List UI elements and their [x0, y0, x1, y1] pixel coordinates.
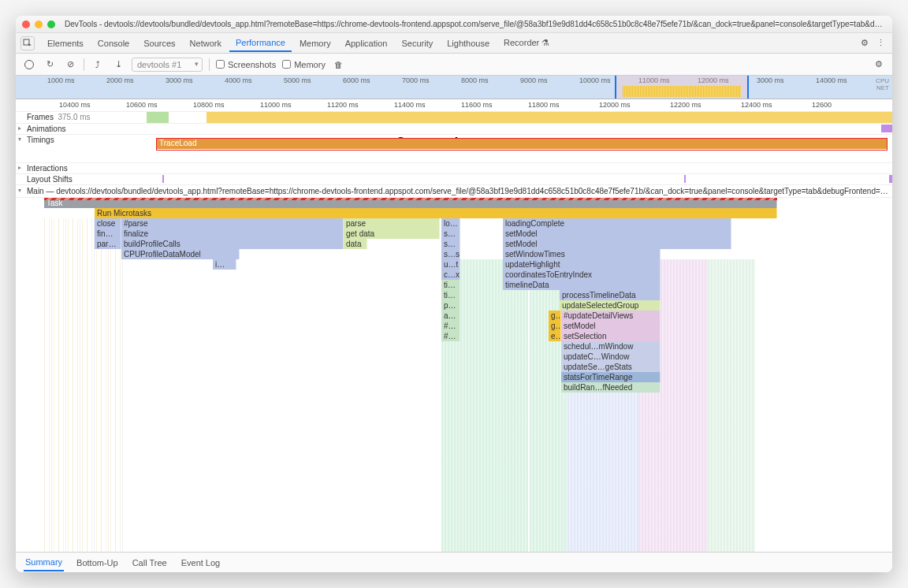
recording-dropdown[interactable]: devtools #1 — [132, 58, 203, 72]
timings-track[interactable]: Timings ~ 2 seconds TraceLoad — [16, 135, 892, 163]
btab-eventlog[interactable]: Event Log — [180, 555, 222, 571]
flame-chart[interactable]: Task Run Microtasks close #parse parse l… — [16, 198, 892, 552]
tab-lighthouse[interactable]: Lighthouse — [441, 35, 496, 51]
zoom-traffic-light[interactable] — [47, 20, 55, 28]
inspect-element-icon[interactable] — [20, 36, 35, 50]
window-title: DevTools - devtools://devtools/bundled/d… — [65, 20, 886, 28]
download-icon[interactable]: ⤓ — [111, 58, 125, 72]
upload-icon[interactable]: ⤴ — [91, 58, 105, 72]
layout-shifts-track[interactable]: Layout Shifts — [16, 174, 892, 185]
performance-panel: Frames 375.0 ms Animations Timings ~ 2 s… — [16, 112, 892, 552]
screenshots-checkbox[interactable]: Screenshots — [216, 60, 276, 69]
tab-recorder[interactable]: Recorder ⚗ — [497, 35, 556, 51]
devtools-window: DevTools - devtools://devtools/bundled/d… — [16, 16, 892, 572]
tab-security[interactable]: Security — [395, 35, 439, 51]
btab-bottomup[interactable]: Bottom-Up — [75, 555, 120, 571]
tab-console[interactable]: Console — [91, 35, 136, 51]
details-tabs: Summary Bottom-Up Call Tree Event Log — [16, 552, 892, 572]
frames-track[interactable]: Frames 375.0 ms — [16, 112, 892, 124]
reload-record-button[interactable]: ↻ — [43, 58, 57, 72]
tab-sources[interactable]: Sources — [137, 35, 181, 51]
tab-performance[interactable]: Performance — [229, 35, 292, 52]
clear-button[interactable]: ⊘ — [63, 58, 77, 72]
minimize-traffic-light[interactable] — [35, 20, 43, 28]
trace-load-bar[interactable]: TraceLoad — [156, 138, 888, 149]
interactions-track[interactable]: Interactions — [16, 163, 892, 174]
tab-elements[interactable]: Elements — [41, 35, 90, 51]
capture-settings-icon[interactable]: ⚙ — [872, 58, 886, 72]
main-thread-label[interactable]: Main — devtools://devtools/bundled/devto… — [16, 185, 892, 198]
tab-network[interactable]: Network — [184, 35, 228, 51]
performance-toolbar: ↻ ⊘ ⤴ ⤓ devtools #1 Screenshots Memory 🗑… — [16, 54, 892, 76]
memory-checkbox[interactable]: Memory — [282, 60, 326, 69]
overview-cpu-wave — [623, 86, 741, 97]
trash-icon[interactable]: 🗑 — [332, 58, 346, 72]
long-task-hatch — [44, 198, 777, 200]
animation-block — [881, 125, 892, 132]
frames-bars — [147, 112, 892, 123]
overview-track-labels: CPU NET — [876, 77, 889, 91]
panel-tabs: Elements Console Sources Network Perform… — [16, 33, 892, 54]
record-button[interactable] — [22, 58, 36, 72]
more-icon[interactable]: ⋮ — [873, 38, 888, 48]
close-traffic-light[interactable] — [22, 20, 30, 28]
btab-calltree[interactable]: Call Tree — [131, 555, 169, 571]
window-titlebar: DevTools - devtools://devtools/bundled/d… — [16, 16, 892, 33]
tab-memory[interactable]: Memory — [293, 35, 337, 51]
flame-microtasks[interactable]: Run Microtasks — [95, 208, 777, 218]
settings-icon[interactable]: ⚙ — [858, 38, 872, 48]
tab-application[interactable]: Application — [339, 35, 394, 51]
btab-summary[interactable]: Summary — [24, 554, 64, 571]
flask-icon: ⚗ — [541, 38, 549, 47]
animations-track[interactable]: Animations — [16, 124, 892, 135]
timeline-overview[interactable]: 1000 ms 2000 ms 3000 ms 4000 ms 5000 ms … — [16, 76, 892, 99]
detail-ruler[interactable]: 10400 ms 10600 ms 10800 ms 11000 ms 1120… — [16, 99, 892, 112]
